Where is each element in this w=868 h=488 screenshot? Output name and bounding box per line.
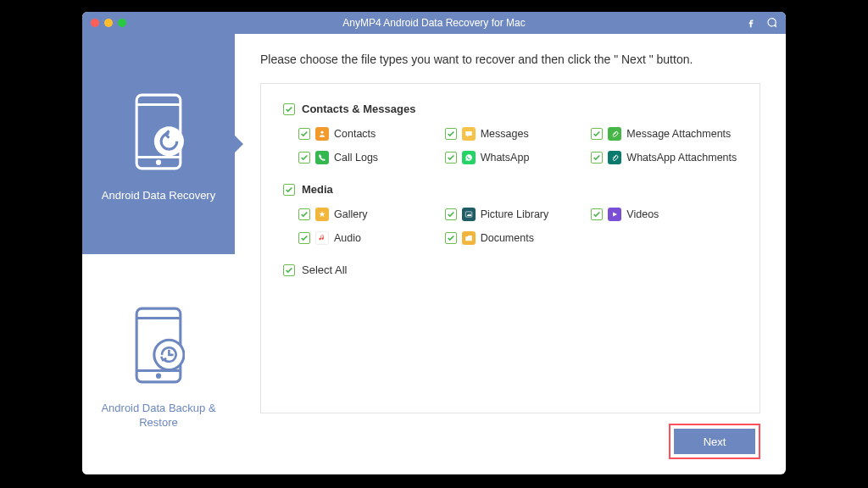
app-title: AnyMP4 Android Data Recovery for Mac xyxy=(82,17,786,29)
svg-rect-11 xyxy=(465,131,472,136)
gallery-label: Gallery xyxy=(334,208,368,220)
sidebar-recovery-label: Android Data Recovery xyxy=(102,189,215,203)
select-all-label: Select All xyxy=(302,263,347,276)
checkbox-icon[interactable] xyxy=(298,152,310,164)
checkbox-icon[interactable] xyxy=(283,103,295,115)
audio-icon xyxy=(315,231,329,245)
messages-icon xyxy=(462,127,476,141)
picture-icon xyxy=(462,208,476,221)
filetype-picture[interactable]: Picture Library xyxy=(445,208,592,221)
svg-point-8 xyxy=(156,373,161,378)
gallery-icon xyxy=(315,208,329,221)
svg-point-10 xyxy=(320,131,323,134)
checkbox-icon[interactable] xyxy=(445,128,457,140)
msg-att-label: Message Attachments xyxy=(626,128,731,140)
filetype-whatsapp[interactable]: WhatsApp xyxy=(445,151,592,164)
checkbox-icon[interactable] xyxy=(298,232,310,244)
checkbox-icon[interactable] xyxy=(591,208,603,220)
whatsapp-label: WhatsApp xyxy=(481,152,530,164)
file-types-panel: Contacts & Messages Contacts Messages xyxy=(260,83,760,413)
sidebar-item-backup[interactable]: Android Data Backup & Restore xyxy=(82,254,235,474)
picture-label: Picture Library xyxy=(481,208,549,220)
group-media-label: Media xyxy=(302,183,333,196)
filetype-videos[interactable]: Videos xyxy=(591,208,737,221)
whatsapp-attachment-icon xyxy=(608,151,621,164)
checkbox-icon[interactable] xyxy=(445,232,457,244)
videos-label: Videos xyxy=(626,208,659,220)
phone-backup-icon xyxy=(125,298,192,391)
filetype-msg-attachments[interactable]: Message Attachments xyxy=(591,127,737,141)
checkbox-icon[interactable] xyxy=(283,184,295,196)
main-pane: Please choose the file types you want to… xyxy=(235,34,786,474)
messages-label: Messages xyxy=(481,128,529,140)
checkbox-icon[interactable] xyxy=(591,152,603,164)
filetype-messages[interactable]: Messages xyxy=(445,127,592,141)
instruction-text: Please choose the file types you want to… xyxy=(260,53,760,66)
select-all[interactable]: Select All xyxy=(283,263,737,276)
checkbox-icon[interactable] xyxy=(445,208,457,220)
filetype-contacts[interactable]: Contacts xyxy=(298,127,445,141)
audio-label: Audio xyxy=(334,232,361,244)
group-contacts-messages[interactable]: Contacts & Messages xyxy=(283,103,737,115)
documents-label: Documents xyxy=(481,232,534,244)
filetype-gallery[interactable]: Gallery xyxy=(298,208,445,221)
close-icon[interactable] xyxy=(91,19,99,27)
group-contacts-label: Contacts & Messages xyxy=(302,103,415,115)
sidebar-item-recovery[interactable]: Android Data Recovery xyxy=(82,34,235,254)
content: Android Data Recovery Android Dat xyxy=(82,34,786,474)
filetype-whatsapp-att[interactable]: WhatsApp Attachments xyxy=(591,151,737,164)
contacts-icon xyxy=(315,127,329,141)
phone-icon xyxy=(315,151,329,164)
sidebar: Android Data Recovery Android Dat xyxy=(82,34,235,474)
window-controls xyxy=(91,19,126,27)
app-window: AnyMP4 Android Data Recovery for Mac xyxy=(82,12,786,474)
contacts-label: Contacts xyxy=(334,128,376,140)
attachment-icon xyxy=(608,127,621,141)
phone-recovery-icon xyxy=(125,86,192,179)
next-button[interactable]: Next xyxy=(674,429,755,454)
filetype-documents[interactable]: Documents xyxy=(445,231,592,245)
whatsapp-icon xyxy=(462,151,476,164)
whatsapp-att-label: WhatsApp Attachments xyxy=(626,152,737,164)
titlebar: AnyMP4 Android Data Recovery for Mac xyxy=(82,12,786,34)
documents-icon xyxy=(462,231,476,245)
maximize-icon[interactable] xyxy=(118,19,126,27)
checkbox-icon[interactable] xyxy=(298,208,310,220)
filetype-audio[interactable]: Audio xyxy=(298,231,445,245)
checkbox-icon[interactable] xyxy=(298,128,310,140)
next-highlight: Next xyxy=(669,424,760,459)
checkbox-icon[interactable] xyxy=(283,264,295,276)
checkbox-icon[interactable] xyxy=(591,128,603,140)
facebook-icon[interactable] xyxy=(745,17,757,29)
filetype-calllogs[interactable]: Call Logs xyxy=(298,151,445,164)
videos-icon xyxy=(608,208,621,221)
footer: Next xyxy=(260,424,760,459)
sidebar-backup-label: Android Data Backup & Restore xyxy=(92,402,225,430)
group-media[interactable]: Media xyxy=(283,183,737,196)
calllogs-label: Call Logs xyxy=(334,152,378,164)
feedback-icon[interactable] xyxy=(765,17,777,29)
checkbox-icon[interactable] xyxy=(445,152,457,164)
minimize-icon[interactable] xyxy=(104,19,113,27)
svg-point-3 xyxy=(156,160,161,165)
